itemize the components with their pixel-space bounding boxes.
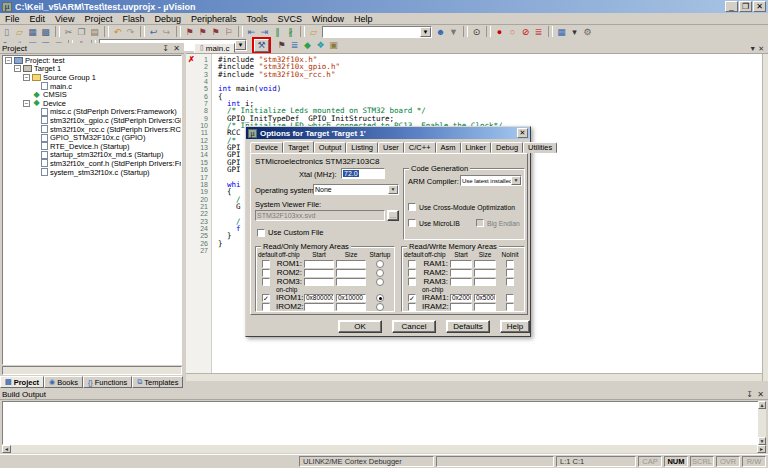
find-icon[interactable]: ⊙ (470, 26, 483, 38)
scroll-down-icon[interactable]: ▼ (758, 437, 766, 445)
panel-tab-functions[interactable]: {}Functions (83, 376, 132, 388)
default-checkbox[interactable] (408, 294, 416, 302)
editor-vscrollbar[interactable] (762, 54, 768, 381)
search-combobox[interactable]: ▼ (322, 26, 432, 38)
cross-opt-checkbox[interactable] (408, 203, 416, 211)
size-input[interactable]: 0x5000 (474, 294, 496, 302)
noinit-checkbox[interactable] (506, 269, 514, 277)
comment-icon[interactable]: ∥ (271, 26, 284, 38)
disable-breakpoints-icon[interactable]: ≣ (532, 26, 545, 38)
dialog-tab-device[interactable]: Device (250, 142, 283, 153)
startup-radio[interactable] (376, 294, 384, 302)
build-output-hscrollbar[interactable]: ◄ ► (2, 445, 766, 453)
size-input[interactable] (336, 278, 366, 286)
tree-expander-icon[interactable]: − (23, 100, 30, 107)
scroll-up-icon[interactable]: ▲ (758, 401, 766, 409)
build-output-content[interactable] (2, 401, 759, 445)
size-input[interactable] (474, 260, 496, 268)
breakpoint-icon[interactable]: ● (493, 26, 506, 38)
build-output-vscrollbar[interactable]: ▲ ▼ (758, 401, 766, 445)
tree-item-gpio-stm32f10x-c-gpio[interactable]: GPIO_STM32F10x.c (GPIO) (3, 133, 181, 142)
menu-help[interactable]: Help (349, 14, 378, 24)
search-dropdown-icon[interactable]: ▼ (420, 27, 431, 37)
tree-expander-icon[interactable]: − (23, 74, 30, 81)
dialog-tab-utilities[interactable]: Utilities (523, 142, 557, 153)
dialog-tab-user[interactable]: User (378, 142, 404, 153)
close-document-icon[interactable]: ✕ (758, 45, 764, 52)
startup-radio[interactable] (376, 303, 384, 311)
nav-back-icon[interactable]: ↩ (147, 26, 160, 38)
project-tree-hscrollbar[interactable] (2, 366, 182, 375)
tree-item-stm32f10x-rcc-c-stdperiph-drivers-rcc[interactable]: stm32f10x_rcc.c (StdPeriph Drivers:RCC) (3, 125, 181, 134)
defaults-button[interactable]: Defaults (446, 320, 490, 333)
save-icon[interactable]: ▦ (26, 26, 39, 38)
scroll-right-icon[interactable]: ► (757, 445, 766, 453)
kill-breakpoints-icon[interactable]: ⊘ (519, 26, 532, 38)
open-file-icon[interactable]: ▱ (13, 26, 26, 38)
microlib-checkbox[interactable] (408, 219, 416, 227)
tree-item-startup-stm32f10x-md-s-startup[interactable]: startup_stm32f10x_md.s (Startup) (3, 151, 181, 160)
menu-project[interactable]: Project (79, 14, 117, 24)
panel-tab-templates[interactable]: ⧉Templates (132, 376, 183, 388)
close-button[interactable]: ✕ (753, 1, 766, 12)
undo-icon[interactable]: ↶ (111, 26, 124, 38)
size-input[interactable] (474, 269, 496, 277)
ok-button[interactable]: OK (338, 320, 382, 333)
layout-dropdown-icon[interactable]: ▾ (568, 26, 581, 38)
start-input[interactable]: 0x8000000 (304, 294, 334, 302)
prev-bookmark-icon[interactable]: ⚑ (196, 26, 209, 38)
default-checkbox[interactable] (262, 278, 270, 286)
cancel-button[interactable]: Cancel (392, 320, 436, 333)
start-input[interactable] (450, 278, 472, 286)
bookmark-icon[interactable]: ⚑ (183, 26, 196, 38)
noinit-checkbox[interactable] (506, 294, 514, 302)
size-input[interactable] (336, 260, 366, 268)
panel-tab-project[interactable]: ▤Project (0, 376, 44, 388)
save-all-icon[interactable]: ▩ (39, 26, 52, 38)
menu-view[interactable]: View (50, 14, 79, 24)
configure-icon[interactable]: ⚙ (581, 26, 594, 38)
breakpoint-disabled-icon[interactable]: ○ (506, 26, 519, 38)
size-input[interactable] (336, 269, 366, 277)
next-bookmark-icon[interactable]: ⚑ (209, 26, 222, 38)
start-input[interactable] (304, 278, 334, 286)
menu-file[interactable]: File (0, 14, 25, 24)
tab-list-dropdown-icon[interactable]: ▼ (749, 45, 756, 52)
find-in-files-icon[interactable]: ▱ (307, 26, 320, 38)
tree-item-target-1[interactable]: −Target 1 (3, 65, 181, 74)
default-checkbox[interactable] (408, 260, 416, 268)
tree-item-system-stm32f10x-c-startup[interactable]: system_stm32f10x.c (Startup) (3, 168, 181, 177)
default-checkbox[interactable] (262, 260, 270, 268)
new-file-icon[interactable]: ▯ (0, 26, 13, 38)
start-input[interactable] (450, 260, 472, 268)
default-checkbox[interactable] (408, 278, 416, 286)
dialog-tab-output[interactable]: Output (314, 142, 347, 153)
use-custom-file-row[interactable]: Use Custom File (257, 228, 323, 237)
startup-radio[interactable] (376, 278, 384, 286)
pin-icon[interactable]: ↧ (744, 390, 755, 399)
menu-svcs[interactable]: SVCS (273, 14, 308, 24)
tree-item-project-test[interactable]: −Project: test (3, 56, 181, 65)
uncomment-icon[interactable]: ∦ (284, 26, 297, 38)
default-checkbox[interactable] (262, 303, 270, 311)
tree-item-source-group-1[interactable]: −Source Group 1 (3, 73, 181, 82)
menu-tools[interactable]: Tools (241, 14, 272, 24)
start-input[interactable] (450, 269, 472, 277)
tree-item-cmsis[interactable]: ◆CMSIS (3, 90, 181, 99)
menu-peripherals[interactable]: Peripherals (186, 14, 242, 24)
menu-flash[interactable]: Flash (117, 14, 149, 24)
start-input[interactable] (304, 269, 334, 277)
tree-item-stm32f10x-conf-h-stdperiph-drivers-framework[interactable]: stm32f10x_conf.h (StdPeriph Drivers:Fram… (3, 159, 181, 168)
noinit-checkbox[interactable] (506, 260, 514, 268)
size-input[interactable] (336, 303, 366, 311)
tree-item-rte-device-h-startup[interactable]: RTE_Device.h (Startup) (3, 142, 181, 151)
use-custom-file-checkbox[interactable] (257, 229, 265, 237)
tree-item-device[interactable]: −◆Device (3, 99, 181, 108)
xtal-input[interactable]: 72.0 (341, 168, 385, 179)
window-layout-icon[interactable]: ▦ (555, 26, 568, 38)
compiler-dropdown-icon[interactable]: ▼ (511, 176, 521, 185)
minimize-button[interactable]: _ (725, 1, 738, 12)
dialog-close-icon[interactable]: ✕ (517, 128, 528, 138)
paste-icon[interactable]: ▤ (88, 26, 101, 38)
tree-expander-icon[interactable]: − (14, 65, 21, 72)
